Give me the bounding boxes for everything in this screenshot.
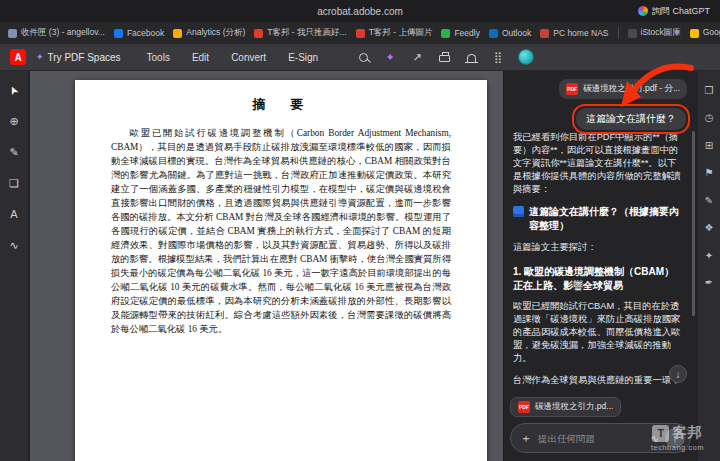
screen: acrobat.adobe.com 詢問 ChatGPT 收件匣 (3) - a… — [0, 0, 720, 461]
bookmark-favicon — [540, 29, 549, 38]
bookmark-label: PC home NAS — [553, 28, 608, 38]
question-input[interactable] — [538, 433, 645, 444]
try-pdf-spaces-label: Try PDF Spaces — [48, 52, 121, 63]
bookmark-favicon — [628, 29, 637, 38]
sparkle-icon: ✦ — [36, 52, 44, 62]
chatgpt-extension-icon — [638, 6, 648, 16]
bookmark-inbox[interactable]: 收件匣 (3) - angellov... — [8, 27, 105, 39]
browser-topbar: acrobat.adobe.com 詢問 ChatGPT — [0, 0, 720, 22]
url-text: acrobat.adobe.com — [317, 6, 403, 17]
print-icon[interactable] — [437, 50, 451, 64]
red-annotation-box: 這篇論文在講什麼？ — [572, 104, 690, 134]
scroll-to-bottom-button[interactable]: ↓ — [669, 365, 687, 383]
bookmark-favicon — [441, 29, 450, 38]
chatgpt-extension-label: 詢問 ChatGPT — [652, 5, 710, 18]
comment-tool-icon[interactable]: ❏ — [5, 174, 23, 192]
bookmark-favicon — [173, 29, 182, 38]
chatgpt-extension-badge[interactable]: 詢問 ChatGPT — [638, 0, 710, 22]
draw-tool-icon[interactable]: ∿ — [5, 236, 23, 254]
bookmark-favicon — [114, 29, 123, 38]
address-bar[interactable]: acrobat.adobe.com — [317, 0, 403, 22]
bookmark-istock[interactable]: iStock圖庫 — [628, 27, 681, 39]
section-title: 這篇論文在講什麼？（根據摘要內容整理） — [529, 205, 684, 232]
bookmark-pchome-nas[interactable]: PC home NAS — [540, 28, 608, 38]
bookmark-feedly[interactable]: Feedly — [441, 28, 480, 38]
ai-panel-icon[interactable]: ✦ — [702, 248, 716, 262]
bookmark-label: 收件匣 (3) - angellov... — [21, 27, 105, 39]
ai-response: 我已經看到你目前在PDF中顯示的**（摘要）內容**，因此可以直接根據畫面中的文… — [513, 131, 684, 387]
attached-file-name: 碳邊境稅之引力.pdf - 分... — [583, 83, 680, 95]
pdf-file-icon: PDF — [518, 401, 530, 413]
toolbar-icons: ✦ ↗ ⣿ — [356, 49, 534, 65]
bookmark-outlook[interactable]: Outlook — [489, 28, 531, 38]
history-icon[interactable]: ◷ — [702, 111, 716, 125]
bookmark-label: Feedly — [454, 28, 480, 38]
document-abstract-text: 歐盟已開始試行碳邊境調整機制（Carbon Border Adjustment … — [111, 126, 451, 336]
point-1-paragraph-1: 歐盟已經開始試行CBAM，其目的在於透過課徵「碳邊境稅」來防止高碳排放國家的產品… — [513, 300, 684, 365]
bookmark-techbang-2[interactable]: T客邦 - 上傳圖片 — [356, 27, 433, 39]
attached-file-chip[interactable]: PDF 碳邊境稅之引力.pdf - 分... — [559, 79, 687, 99]
pdf-file-icon: PDF — [566, 83, 578, 95]
bookmark-favicon — [356, 29, 365, 38]
bookmark-label: T客邦 - 我只推薦好... — [267, 27, 346, 39]
point-1-paragraph-2: 台灣作為全球貿易與供應鏈的重要一環，勢必受到影響。 — [513, 374, 684, 387]
try-pdf-spaces-button[interactable]: ✦ Try PDF Spaces — [36, 52, 121, 63]
menu-esign[interactable]: E-Sign — [288, 52, 318, 63]
bookmark-favicon — [690, 29, 699, 38]
select-tool-icon[interactable]: ➤ — [5, 81, 23, 99]
thumbnails-panel-icon[interactable]: ❐ — [702, 83, 716, 97]
techbang-domain: techbang.com — [651, 443, 704, 452]
bookmarks-panel-icon[interactable]: ⚑ — [702, 166, 716, 180]
signature-panel-icon[interactable]: ✒ — [702, 276, 716, 290]
bookmark-analytics[interactable]: Analytics (分析) — [173, 27, 245, 39]
bookmark-label: iStock圖庫 — [641, 27, 681, 39]
notifications-bell-icon[interactable] — [464, 50, 478, 64]
ai-response-section-heading: 這篇論文在講什麼？（根據摘要內容整理） — [513, 205, 684, 232]
bookmarks-divider — [618, 27, 619, 39]
menu-edit[interactable]: Edit — [192, 52, 209, 63]
blue-book-icon — [513, 206, 524, 217]
share-icon[interactable]: ↗ — [410, 50, 424, 64]
point-1-title: 1. 歐盟的碳邊境調整機制（CBAM）正在上路、影響全球貿易 — [513, 265, 684, 293]
zoom-tool-icon[interactable]: ⊕ — [5, 112, 23, 130]
menu-convert[interactable]: Convert — [231, 52, 266, 63]
bookmark-label: Outlook — [502, 28, 531, 38]
panel-scrollbar[interactable] — [692, 131, 695, 316]
pdf-page: 摘 要 歐盟已開始試行碳邊境調整機制（Carbon Border Adjustm… — [75, 80, 487, 461]
bookmark-label: Google Ads - 數位刊... — [703, 27, 720, 39]
ai-response-lead: 這篇論文主要探討： — [513, 241, 684, 254]
menu-tools[interactable]: Tools — [147, 52, 170, 63]
bookmark-favicon — [8, 29, 17, 38]
bookmark-favicon — [254, 29, 263, 38]
bookmark-label: Facebook — [127, 28, 164, 38]
user-message-bubble: 這篇論文在講什麼？ — [576, 108, 686, 130]
acrobat-toolbar: A ✦ Try PDF Spaces Tools Edit Convert E-… — [0, 44, 720, 71]
composer-file-name: 碳邊境稅之引力.pd... — [535, 401, 613, 413]
add-attachment-icon[interactable]: ＋ — [520, 430, 532, 447]
techbang-watermark: T 客邦 techbang.com — [651, 424, 704, 452]
apps-panel-icon[interactable]: ⊞ — [702, 138, 716, 152]
document-title: 摘 要 — [75, 96, 487, 114]
bookmark-facebook[interactable]: Facebook — [114, 28, 164, 38]
text-tool-icon[interactable]: A — [5, 205, 23, 223]
toolbar-menu: Tools Edit Convert E-Sign — [147, 52, 319, 63]
bookmark-techbang-1[interactable]: T客邦 - 我只推薦好... — [254, 27, 346, 39]
bookmark-favicon — [489, 29, 498, 38]
ai-response-intro: 我已經看到你目前在PDF中顯示的**（摘要）內容**，因此可以直接根據畫面中的文… — [513, 131, 684, 196]
document-canvas[interactable]: 摘 要 歐盟已開始試行碳邊境調整機制（Carbon Border Adjustm… — [30, 71, 503, 461]
bookmark-google-ads[interactable]: Google Ads - 數位刊... — [690, 27, 720, 39]
bookmarks-bar: 收件匣 (3) - angellov... Facebook Analytics… — [0, 22, 720, 44]
acrobat-logo-icon[interactable]: A — [10, 49, 26, 65]
edit-panel-icon[interactable]: ✎ — [702, 193, 716, 207]
right-tool-rail: ❐ ◷ ⊞ ⚑ ✎ ❖ ✦ ✒ — [697, 71, 720, 461]
techbang-brand-name: 客邦 — [672, 424, 702, 442]
apps-grid-icon[interactable]: ⣿ — [491, 50, 505, 64]
composer-file-chip[interactable]: PDF 碳邊境稅之引力.pd... — [510, 397, 621, 417]
comments-panel-icon[interactable]: ❖ — [702, 221, 716, 235]
bookmark-label: Analytics (分析) — [186, 27, 245, 39]
annotate-pen-icon[interactable]: ✎ — [5, 143, 23, 161]
profile-avatar[interactable] — [518, 49, 534, 65]
ai-assistant-icon[interactable]: ✦ — [383, 50, 397, 64]
techbang-logo-icon: T — [652, 425, 669, 442]
search-icon[interactable] — [356, 50, 370, 64]
